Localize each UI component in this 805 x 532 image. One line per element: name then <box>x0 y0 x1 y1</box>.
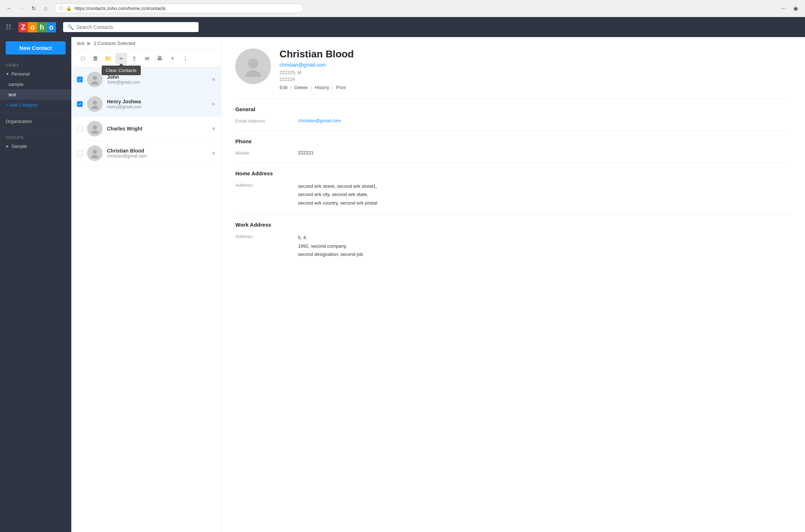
home-address-label: Address: <box>235 182 292 207</box>
clear-contacts-button[interactable]: ✏ <box>116 53 127 64</box>
contact-name-john: John <box>107 74 208 80</box>
sidebar-item-personal[interactable]: ▼ Personal <box>0 69 71 79</box>
contact-item-charles[interactable]: Charles Wright <box>71 117 221 141</box>
logo-o1: o <box>28 22 37 32</box>
email-field-row: Email Address: christian@gmail.com <box>235 118 791 124</box>
extensions-button[interactable]: ◉ <box>791 4 801 14</box>
contact-avatar-henry <box>87 96 103 112</box>
print-icon: 🖶 <box>157 55 163 62</box>
sidebar-item-sample-group[interactable]: ► Sample <box>0 141 71 151</box>
breadcrumb-category: test <box>77 41 84 46</box>
contacts-panel: test ▶ 2 Contacts Selected □ 🗑 📁 ✏ <box>71 37 221 532</box>
email-value[interactable]: christian@gmail.com <box>298 118 791 124</box>
contact-avatar-charles <box>87 121 103 136</box>
arrow-icon: ▼ <box>6 72 9 76</box>
contact-info-charles: Charles Wright <box>107 126 208 131</box>
nav-buttons: ← → ↻ ⌂ <box>4 4 51 14</box>
contact-checkbox-john[interactable]: ✓ <box>77 77 83 82</box>
contact-full-name: Christian Blood <box>280 48 791 60</box>
browser-chrome: ← → ↻ ⌂ ⓘ 🔒 https://contacts.zoho.com/ho… <box>0 0 805 17</box>
more-icon: ⋮ <box>183 55 188 62</box>
work-address-divider <box>235 214 791 215</box>
phone-section-title: Phone <box>235 138 791 144</box>
contact-header: Christian Blood christian@gmail.com 2222… <box>235 48 791 90</box>
home-address-value: second wrk street, second wrk street1, s… <box>298 182 791 207</box>
move-icon: ⇧ <box>132 55 137 62</box>
search-bar[interactable]: 🔍 <box>63 22 199 32</box>
home-address-line3: second wrk country, second wrk postal <box>298 199 791 207</box>
address-bar[interactable]: ⓘ 🔒 https://contacts.zoho.com/home.zc#co… <box>54 4 304 13</box>
back-button[interactable]: ← <box>4 4 14 14</box>
url-text: https://contacts.zoho.com/home.zc#contac… <box>75 6 166 11</box>
sidebar-divider <box>0 113 71 113</box>
svg-point-3 <box>91 106 98 109</box>
detail-panel: Christian Blood christian@gmail.com 2222… <box>221 37 805 532</box>
views-label: VIEWS <box>0 60 71 69</box>
contact-info-christian: Christian Blood christian@gmail.com <box>107 148 208 159</box>
sidebar-item-sample-label: sample <box>9 82 24 87</box>
add-button[interactable]: + <box>167 53 178 64</box>
sidebar-item-organization-label: Organization <box>6 119 32 124</box>
sidebar-item-test-label: test <box>9 92 16 97</box>
mobile-field-row: Mobile: 222221 <box>235 150 791 156</box>
breadcrumb: test ▶ 2 Contacts Selected <box>71 37 221 50</box>
contact-main-email[interactable]: christian@gmail.com <box>280 62 791 68</box>
contact-item-christian[interactable]: Christian Blood christian@gmail.com <box>71 141 221 166</box>
delete-icon: 🗑 <box>93 55 98 62</box>
app-wrapper: ☷ Z o h o 🔍 New Contact VIEWS ▼ Personal… <box>0 17 805 532</box>
phone-divider <box>235 131 791 131</box>
sep3: | <box>332 85 333 90</box>
svg-point-2 <box>93 100 97 105</box>
edit-link[interactable]: Edit <box>280 85 287 90</box>
top-bar: ☷ Z o h o 🔍 <box>0 17 805 37</box>
more-button[interactable]: ⋮ <box>180 53 191 64</box>
reload-button[interactable]: ↻ <box>29 4 39 14</box>
selected-count: 2 Contacts Selected <box>94 41 135 46</box>
contact-checkbox-henry[interactable]: ✓ <box>77 101 83 107</box>
contact-item-john[interactable]: ✓ John John@gmail.com <box>71 67 221 92</box>
contact-checkbox-christian[interactable] <box>77 150 83 156</box>
dot-indicator-christian <box>212 152 215 155</box>
folder-button[interactable]: 📁 <box>103 53 114 64</box>
home-address-field-row: Address: second wrk street, second wrk s… <box>235 182 791 207</box>
email-button[interactable]: ✉ <box>141 53 153 64</box>
svg-point-6 <box>93 150 97 154</box>
sep1: | <box>290 85 291 90</box>
work-address-field-row: Address: 5, 4, 1992, second company, sec… <box>235 233 791 258</box>
home-button[interactable]: ⌂ <box>41 4 51 14</box>
contact-item-henry[interactable]: ✓ Henry Joshwa henry@gmail.com <box>71 92 221 117</box>
contact-actions: Edit | Delete | History | Print <box>280 85 791 90</box>
sidebar-divider-2 <box>0 129 71 130</box>
grid-icon[interactable]: ☷ <box>6 23 11 31</box>
home-address-line1: second wrk street, second wrk street1, <box>298 182 791 190</box>
zoho-logo: Z o h o <box>19 22 56 32</box>
history-link[interactable]: History <box>315 85 329 90</box>
move-button[interactable]: ⇧ <box>128 53 140 64</box>
print-button[interactable]: 🖶 <box>154 53 165 64</box>
select-all-button[interactable]: □ <box>77 53 88 64</box>
print-link[interactable]: Print <box>336 85 346 90</box>
delete-link[interactable]: Delete <box>294 85 308 90</box>
forward-button[interactable]: → <box>16 4 26 14</box>
general-section-title: General <box>235 106 791 112</box>
contact-name-christian: Christian Blood <box>107 148 208 154</box>
sidebar-item-organization[interactable]: Organization <box>0 116 71 126</box>
sidebar-item-sample[interactable]: sample <box>0 79 71 89</box>
sidebar-item-test[interactable]: test <box>0 89 71 100</box>
security-lock-icon: 🔒 <box>66 6 72 11</box>
svg-point-7 <box>91 155 98 158</box>
contact-checkbox-charles[interactable] <box>77 126 83 131</box>
more-options-button[interactable]: ⋯ <box>779 4 789 14</box>
contact-info-john: John John@gmail.com <box>107 74 208 85</box>
svg-point-9 <box>245 70 261 77</box>
work-address-line3: second designation, second job <box>298 250 791 258</box>
search-input[interactable] <box>76 24 194 30</box>
contact-meta2: 222224 <box>280 77 791 82</box>
new-contact-button[interactable]: New Contact <box>6 41 66 55</box>
add-category-link[interactable]: + Add Category <box>0 100 71 110</box>
large-avatar <box>235 48 271 84</box>
delete-button[interactable]: 🗑 <box>90 53 101 64</box>
svg-point-1 <box>91 81 98 84</box>
svg-point-5 <box>91 130 98 134</box>
clear-contacts-container: ✏ Clear Contacts <box>116 53 127 64</box>
